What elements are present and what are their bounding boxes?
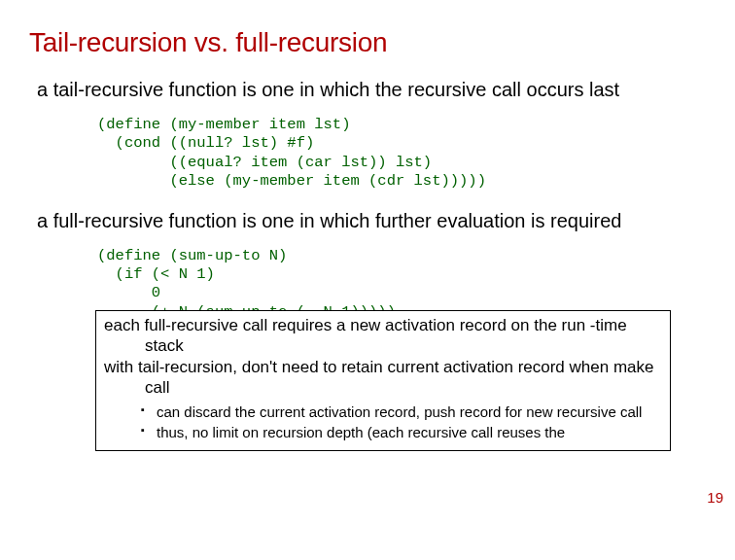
callout-box: each full-recursive call requires a new … [95,310,671,451]
slide-title: Tail-recursion vs. full-recursion [29,27,706,58]
box-line-full-recursive: each full-recursive call requires a new … [104,315,662,357]
paragraph-full-recursive: a full-recursive function is one in whic… [29,209,706,233]
paragraph-tail-recursive: a tail-recursive function is one in whic… [29,78,706,102]
box-line-tail-recursion: with tail-recursion, don't need to retai… [104,357,662,399]
box-bullet-discard: can discard the current activation recor… [141,403,662,422]
box-bullet-no-limit: thus, no limit on recursion depth (each … [141,424,662,442]
box-bullet-list: can discard the current activation recor… [104,403,662,442]
page-number: 19 [707,489,723,506]
code-my-member: (define (my-member item lst) (cond ((nul… [97,116,706,192]
